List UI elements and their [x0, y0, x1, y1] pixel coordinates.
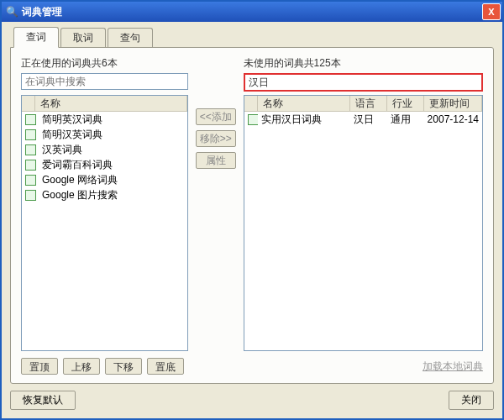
left-list-header: 名称: [22, 96, 187, 112]
move-top-button[interactable]: 置顶: [21, 358, 58, 375]
tab-lookup[interactable]: 查词: [13, 27, 59, 48]
dict-icon: [25, 175, 36, 186]
app-icon: 🔍: [5, 5, 18, 18]
remove-button[interactable]: 移除>>: [196, 130, 236, 147]
client-area: 查词 取词 查句 正在使用的词典共6本 名称 简明英汉词典 简: [2, 22, 502, 418]
right-list-header: 名称 语言 行业 更新时间: [244, 96, 482, 112]
right-label: 未使用的词典共125本: [244, 56, 483, 68]
window-title: 词典管理: [22, 5, 482, 19]
titlebar[interactable]: 🔍 词典管理 X: [2, 2, 502, 22]
properties-button[interactable]: 属性: [196, 152, 236, 169]
list-item[interactable]: 简明英汉词典: [22, 112, 187, 127]
tab-strip: 查词 取词 查句: [13, 29, 494, 47]
left-search-input[interactable]: [21, 73, 188, 90]
list-item[interactable]: Google 图片搜索: [22, 187, 187, 202]
right-col-field[interactable]: 行业: [387, 96, 424, 111]
left-col-name[interactable]: 名称: [35, 96, 187, 111]
order-buttons-row: 置顶 上移 下移 置底 加载本地词典: [21, 358, 483, 375]
left-column: 正在使用的词典共6本 名称 简明英汉词典 简明汉英词典 汉英词典 爱词霸百科词典: [21, 56, 188, 351]
footer-row: 恢复默认 关闭: [10, 391, 494, 410]
dict-icon: [25, 144, 36, 155]
add-button[interactable]: <<添加: [196, 108, 236, 125]
dialog-window: 🔍 词典管理 X 查词 取词 查句 正在使用的词典共6本 名称: [0, 0, 504, 420]
move-down-button[interactable]: 下移: [105, 358, 142, 375]
columns: 正在使用的词典共6本 名称 简明英汉词典 简明汉英词典 汉英词典 爱词霸百科词典: [21, 56, 483, 351]
right-list-body: 实用汉日词典 汉日 通用 2007-12-14: [244, 112, 482, 350]
dict-icon: [25, 114, 36, 125]
tab-panel: 正在使用的词典共6本 名称 简明英汉词典 简明汉英词典 汉英词典 爱词霸百科词典: [10, 47, 494, 384]
list-item[interactable]: 汉英词典: [22, 142, 187, 157]
move-up-button[interactable]: 上移: [63, 358, 100, 375]
right-listview[interactable]: 名称 语言 行业 更新时间 实用汉日词典 汉日 通用 2007-12-1: [244, 95, 483, 351]
middle-column: <<添加 移除>> 属性: [195, 56, 237, 351]
list-item[interactable]: 简明汉英词典: [22, 127, 187, 142]
table-row[interactable]: 实用汉日词典 汉日 通用 2007-12-14: [244, 112, 482, 127]
left-listview[interactable]: 名称 简明英汉词典 简明汉英词典 汉英词典 爱词霸百科词典 Google 网络词…: [21, 95, 188, 351]
tab-sentence[interactable]: 查句: [108, 28, 153, 48]
right-col-name[interactable]: 名称: [258, 96, 350, 111]
list-item[interactable]: Google 网络词典: [22, 172, 187, 187]
dict-icon: [25, 160, 36, 171]
right-search-input[interactable]: [244, 73, 483, 92]
right-col-lang[interactable]: 语言: [350, 96, 387, 111]
dict-icon: [25, 190, 36, 201]
load-local-link[interactable]: 加载本地词典: [423, 360, 483, 374]
list-item[interactable]: 爱词霸百科词典: [22, 157, 187, 172]
tab-capture[interactable]: 取词: [60, 28, 106, 48]
move-bottom-button[interactable]: 置底: [147, 358, 184, 375]
right-col-updated[interactable]: 更新时间: [424, 96, 482, 111]
right-column: 未使用的词典共125本 名称 语言 行业 更新时间: [244, 56, 483, 351]
close-icon[interactable]: X: [482, 3, 501, 20]
close-button[interactable]: 关闭: [449, 391, 494, 410]
restore-default-button[interactable]: 恢复默认: [10, 391, 76, 410]
dict-icon: [248, 114, 258, 125]
left-list-body: 简明英汉词典 简明汉英词典 汉英词典 爱词霸百科词典 Google 网络词典 G…: [22, 112, 187, 350]
dict-icon: [25, 129, 36, 140]
left-label: 正在使用的词典共6本: [21, 56, 188, 68]
